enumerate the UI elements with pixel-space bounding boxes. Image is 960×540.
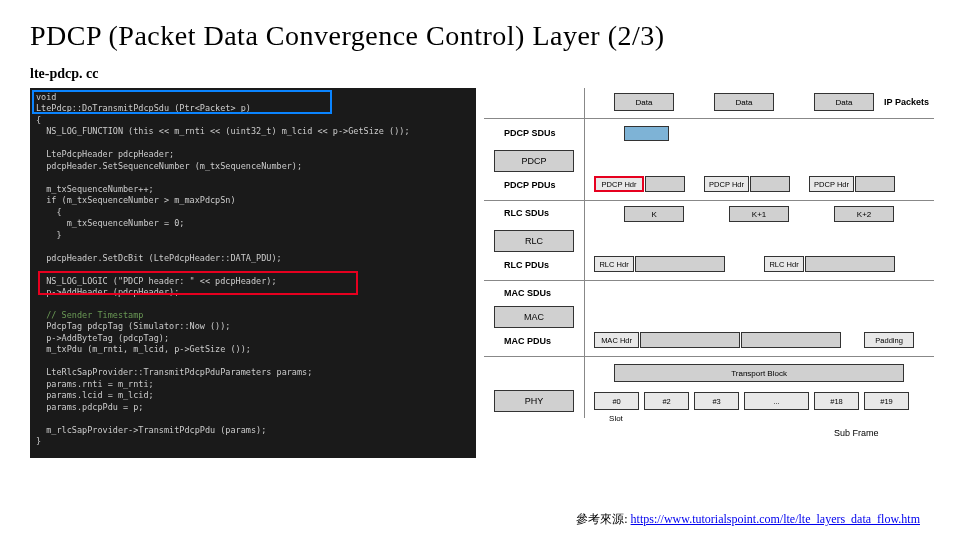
slot: #18 [814,392,859,410]
mac-pdu [741,332,841,348]
slot-ellipsis: ... [744,392,809,410]
phy-layer: PHY [494,390,574,412]
ip-label: IP Packets [884,97,929,107]
code-pre: void LtePdcp::DoTransmitPdcpSdu (Ptr<Pac… [36,92,470,448]
highlight-red [38,271,358,295]
data-box: Data [714,93,774,111]
pdcp-layer: PDCP [494,150,574,172]
slot: #2 [644,392,689,410]
slot: #3 [694,392,739,410]
mac-sdus-label: MAC SDUs [504,288,551,298]
pdcp-pdu [750,176,790,192]
subframe-label: Sub Frame [834,428,879,438]
rlc-hdr: RLC Hdr [764,256,804,272]
code-filename: lte-pdcp. cc [30,66,930,82]
mac-hdr: MAC Hdr [594,332,639,348]
k2-box: K+2 [834,206,894,222]
layer-diagram: Data Data Data IP Packets PDCP SDUs PDCP… [484,88,930,458]
k1-box: K+1 [729,206,789,222]
rlc-hdr: RLC Hdr [594,256,634,272]
pdcp-pdu [645,176,685,192]
slot: #0 [594,392,639,410]
pdcp-hdr: PDCP Hdr [704,176,749,192]
mac-layer: MAC [494,306,574,328]
pdcp-sdu-highlight [624,126,669,141]
rlc-pdu [635,256,725,272]
transport-block: Transport Block [614,364,904,382]
rlc-sdus-label: RLC SDUs [504,208,549,218]
slot: #19 [864,392,909,410]
rlc-pdu [805,256,895,272]
pdcp-hdr: PDCP Hdr [809,176,854,192]
data-box: Data [614,93,674,111]
k-box: K [624,206,684,222]
highlight-blue [32,90,332,114]
rlc-layer: RLC [494,230,574,252]
mac-pdu [640,332,740,348]
padding: Padding [864,332,914,348]
pdcp-sdus-label: PDCP SDUs [504,128,555,138]
pdcp-pdus-label: PDCP PDUs [504,180,555,190]
footer: 參考來源: https://www.tutorialspoint.com/lte… [576,511,920,528]
rlc-pdus-label: RLC PDUs [504,260,549,270]
footer-link[interactable]: https://www.tutorialspoint.com/lte/lte_l… [631,512,920,526]
code-block: void LtePdcp::DoTransmitPdcpSdu (Ptr<Pac… [30,88,476,458]
footer-label: 參考來源: [576,512,627,526]
data-box: Data [814,93,874,111]
pdcp-hdr-highlight: PDCP Hdr [594,176,644,192]
mac-pdus-label: MAC PDUs [504,336,551,346]
slide-title: PDCP (Packet Data Convergence Control) L… [30,20,930,52]
slot-label: Slot [609,414,623,423]
pdcp-pdu [855,176,895,192]
